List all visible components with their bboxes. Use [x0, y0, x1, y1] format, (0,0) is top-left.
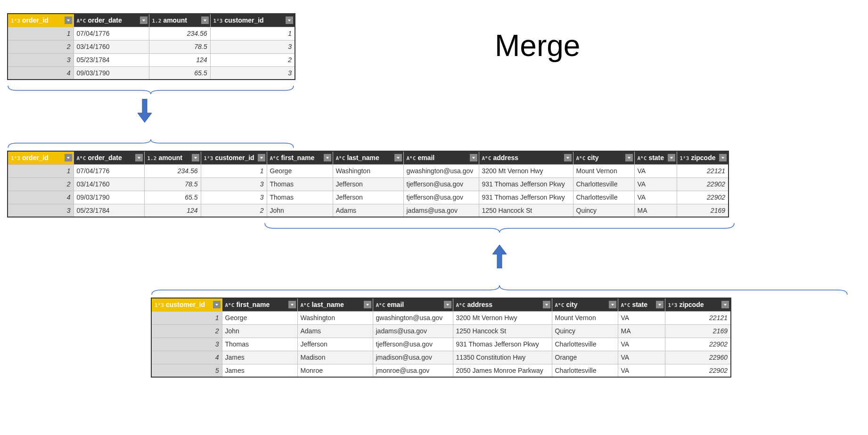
column-header-state[interactable]: AᴮCstate — [618, 298, 665, 311]
cell: Thomas — [267, 191, 333, 204]
cell: Charlottesville — [573, 177, 634, 191]
row-index: 1 — [8, 164, 74, 177]
column-header-state[interactable]: AᴮCstate — [634, 151, 677, 164]
cell: Washington — [297, 311, 373, 324]
column-filter-dropdown[interactable] — [213, 301, 221, 308]
column-header-last_name[interactable]: AᴮClast_name — [297, 298, 373, 311]
type-icon: 1²3 — [11, 18, 20, 24]
column-header-address[interactable]: AᴮCaddress — [479, 151, 573, 164]
column-header-order_date[interactable]: AᴮCorder_date — [74, 151, 144, 164]
cell: 931 Thomas Jefferson Pkwy — [479, 191, 573, 204]
column-filter-dropdown[interactable] — [258, 154, 265, 161]
type-icon: AᴮC — [407, 155, 416, 161]
cell: James — [222, 351, 297, 364]
column-header-email[interactable]: AᴮCemail — [373, 298, 453, 311]
cell: 931 Thomas Jefferson Pkwy — [453, 338, 552, 351]
cell: 2050 James Monroe Parkway — [453, 364, 552, 377]
cell: 03/14/1760 — [74, 40, 149, 53]
column-filter-dropdown[interactable] — [135, 154, 143, 161]
column-filter-dropdown[interactable] — [192, 154, 199, 161]
cell: Charlottesville — [552, 338, 618, 351]
cell: Thomas — [267, 177, 333, 191]
column-header-first_name[interactable]: AᴮCfirst_name — [267, 151, 333, 164]
column-filter-dropdown[interactable] — [721, 301, 729, 308]
cell: 22902 — [677, 177, 729, 191]
column-header-amount[interactable]: 1.2amount — [149, 14, 210, 27]
column-label: zipcode — [691, 154, 715, 161]
table-row: 203/14/176078.53ThomasJeffersontjefferso… — [8, 177, 729, 191]
column-filter-dropdown[interactable] — [656, 301, 663, 308]
column-label: zipcode — [679, 301, 704, 308]
column-filter-dropdown[interactable] — [609, 301, 616, 308]
column-header-amount[interactable]: 1.2amount — [144, 151, 201, 164]
row-index: 3 — [8, 53, 74, 66]
cell: 22902 — [677, 191, 729, 204]
cell: 2 — [210, 53, 295, 66]
column-filter-dropdown[interactable] — [564, 154, 572, 161]
column-header-email[interactable]: AᴮCemail — [403, 151, 479, 164]
column-filter-dropdown[interactable] — [394, 154, 402, 161]
column-header-last_name[interactable]: AᴮClast_name — [333, 151, 403, 164]
cell: 03/14/1760 — [74, 177, 144, 191]
column-filter-dropdown[interactable] — [201, 16, 209, 24]
column-filter-dropdown[interactable] — [140, 16, 147, 24]
column-filter-dropdown[interactable] — [719, 154, 727, 161]
column-header-address[interactable]: AᴮCaddress — [453, 298, 552, 311]
column-header-customer_id[interactable]: 1²3customer_id — [201, 151, 267, 164]
column-header-first_name[interactable]: AᴮCfirst_name — [222, 298, 297, 311]
column-filter-dropdown[interactable] — [65, 16, 72, 24]
cell: VA — [618, 311, 665, 324]
cell: 1 — [210, 27, 295, 40]
column-header-order_id[interactable]: 1²3order_id — [8, 14, 74, 27]
type-icon: AᴮC — [456, 302, 466, 308]
column-header-customer_id[interactable]: 1²3customer_id — [210, 14, 295, 27]
column-header-city[interactable]: AᴮCcity — [552, 298, 618, 311]
column-header-zipcode[interactable]: 1²3zipcode — [665, 298, 731, 311]
column-label: customer_id — [166, 301, 205, 308]
cell: 11350 Constitution Hwy — [453, 351, 552, 364]
brace-merged-top — [7, 139, 295, 149]
cell: VA — [634, 177, 677, 191]
column-filter-dropdown[interactable] — [286, 16, 293, 24]
cell: Charlottesville — [552, 364, 618, 377]
column-filter-dropdown[interactable] — [288, 301, 296, 308]
arrow-up-icon — [492, 245, 507, 268]
column-header-order_date[interactable]: AᴮCorder_date — [74, 14, 149, 27]
page-title: Merge — [495, 28, 580, 63]
column-filter-dropdown[interactable] — [668, 154, 675, 161]
column-filter-dropdown[interactable] — [444, 301, 451, 308]
column-filter-dropdown[interactable] — [625, 154, 633, 161]
type-icon: AᴮC — [77, 155, 86, 161]
cell: Jefferson — [333, 177, 403, 191]
column-label: last_name — [347, 154, 379, 161]
type-icon: 1²3 — [11, 155, 20, 161]
table-row: 305/23/17841242 — [8, 53, 295, 66]
column-filter-dropdown[interactable] — [543, 301, 550, 308]
column-filter-dropdown[interactable] — [65, 154, 72, 161]
cell: gwashington@usa.gov — [403, 164, 479, 177]
type-icon: AᴮC — [336, 155, 345, 161]
table-row: 4JamesMadisonjmadison@usa.gov11350 Const… — [151, 351, 731, 364]
column-header-order_id[interactable]: 1²3order_id — [8, 151, 74, 164]
column-filter-dropdown[interactable] — [324, 154, 331, 161]
type-icon: 1²3 — [155, 302, 164, 308]
cell: Charlottesville — [573, 191, 634, 204]
column-header-customer_id[interactable]: 1²3customer_id — [151, 298, 222, 311]
table-row: 409/03/179065.53ThomasJeffersontjefferso… — [8, 191, 729, 204]
cell: Adams — [333, 204, 403, 217]
cell: VA — [634, 191, 677, 204]
column-header-city[interactable]: AᴮCcity — [573, 151, 634, 164]
column-label: address — [493, 154, 518, 161]
type-icon: 1²3 — [680, 155, 689, 161]
cell: Quincy — [552, 324, 618, 338]
column-filter-dropdown[interactable] — [470, 154, 477, 161]
cell: 65.5 — [149, 66, 210, 80]
cell: 07/04/1776 — [74, 27, 149, 40]
column-filter-dropdown[interactable] — [364, 301, 371, 308]
column-label: customer_id — [215, 154, 254, 161]
row-index: 5 — [151, 364, 222, 377]
cell: tjefferson@usa.gov — [403, 177, 479, 191]
cell: Adams — [297, 324, 373, 338]
column-header-zipcode[interactable]: 1²3zipcode — [677, 151, 729, 164]
brace-orders-bottom — [7, 85, 295, 94]
